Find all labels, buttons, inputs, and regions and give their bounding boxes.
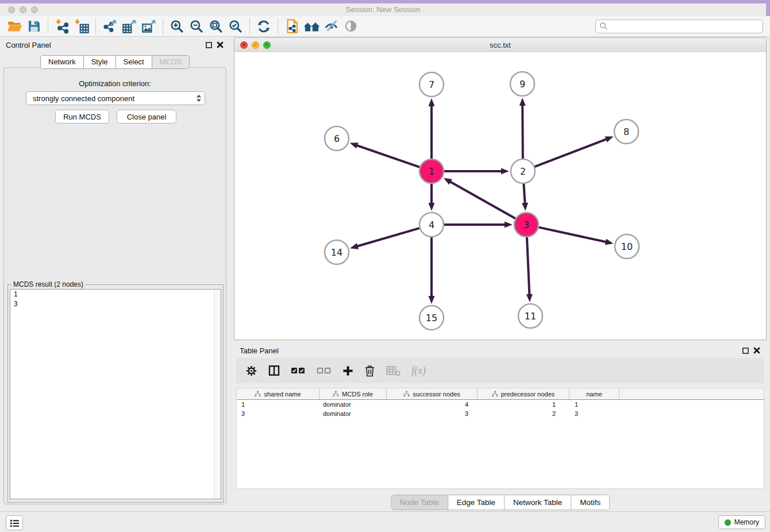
table-cell[interactable]: 3	[569, 409, 619, 418]
table-tab-node-table[interactable]: Node Table	[391, 495, 448, 510]
optimization-select[interactable]: strongly connected component	[26, 91, 205, 105]
memory-button[interactable]: Memory	[718, 515, 765, 529]
window-zoom-button[interactable]	[31, 6, 38, 13]
delete-table-icon	[386, 364, 401, 377]
delete-column-trash-icon[interactable]	[364, 364, 375, 377]
network-window-titlebar[interactable]: × − + scc.txt	[234, 38, 766, 53]
column-header-predecessor-nodes[interactable]: predecessor nodes	[478, 388, 569, 399]
graph-node-2[interactable]: 2	[511, 159, 535, 183]
column-header-shared-name[interactable]: shared name	[237, 388, 319, 399]
task-history-button[interactable]	[6, 515, 23, 530]
tab-style[interactable]: Style	[83, 56, 116, 68]
graph-node-14[interactable]: 14	[325, 240, 349, 264]
export-network-icon[interactable]	[100, 18, 120, 35]
unselect-all-columns-icon[interactable]	[317, 364, 332, 377]
graph-node-1[interactable]: 1	[419, 159, 444, 183]
select-all-columns-icon[interactable]	[291, 364, 306, 377]
graph-edge-2-3[interactable]	[522, 184, 528, 211]
network-canvas[interactable]: 1234678910111415	[234, 52, 766, 340]
import-table-icon[interactable]	[72, 18, 91, 35]
open-session-icon[interactable]	[5, 18, 24, 35]
table-cell[interactable]: 4	[387, 400, 478, 409]
run-mcds-button[interactable]: Run MCDS	[55, 110, 109, 124]
graph-node-3[interactable]: 3	[514, 213, 538, 237]
export-table-icon[interactable]	[120, 18, 139, 35]
graph-edge-3-10[interactable]	[538, 228, 613, 245]
window-minimize-button[interactable]	[20, 6, 26, 13]
table-cell[interactable]: 3	[387, 409, 478, 418]
add-column-icon[interactable]	[342, 364, 353, 377]
graph-edge-2-9[interactable]	[519, 98, 526, 159]
table-cell[interactable]: 2	[478, 409, 569, 418]
graph-edge-1-2[interactable]	[444, 168, 509, 175]
clone-network-icon[interactable]	[282, 18, 302, 35]
graph-edge-2-8[interactable]	[535, 136, 614, 167]
graph-node-6[interactable]: 6	[325, 126, 349, 151]
tab-mcds[interactable]: MCDS	[152, 56, 189, 68]
graph-node-9[interactable]: 9	[510, 72, 534, 96]
search-box[interactable]	[595, 20, 763, 33]
table-tab-motifs[interactable]: Motifs	[571, 495, 609, 510]
scrollbar-track[interactable]	[214, 290, 221, 499]
close-panel-icon[interactable]	[216, 41, 224, 49]
zoom-selected-icon[interactable]	[226, 18, 245, 35]
refresh-layout-icon[interactable]	[254, 18, 274, 35]
table-cell[interactable]: dominator	[319, 409, 387, 418]
table-row[interactable]: 3dominator323	[237, 409, 764, 418]
tab-select[interactable]: Select	[116, 56, 152, 68]
svg-text:4: 4	[429, 219, 434, 230]
graph-node-15[interactable]: 15	[419, 306, 444, 330]
table-cell[interactable]: 1	[569, 400, 619, 409]
column-header-successor-nodes[interactable]: successor nodes	[387, 388, 478, 399]
graph-edge-1-6[interactable]	[350, 142, 420, 167]
graph-edge-1-4[interactable]	[429, 184, 435, 211]
graph-node-7[interactable]: 7	[419, 72, 444, 97]
tab-network[interactable]: Network	[41, 56, 83, 68]
float-table-panel-icon[interactable]	[741, 346, 749, 354]
graph-edge-1-7[interactable]	[429, 98, 435, 159]
show-columns-icon[interactable]	[268, 364, 280, 377]
table-toolbar: f(x)	[236, 358, 764, 383]
close-table-panel-icon[interactable]	[753, 346, 761, 354]
zoom-in-icon[interactable]	[167, 18, 187, 35]
mcds-result-list[interactable]: 13	[10, 289, 221, 499]
graph-edge-3-11[interactable]	[526, 237, 533, 302]
table-cell[interactable]: 1	[478, 400, 569, 409]
table-tab-network-table[interactable]: Network Table	[504, 495, 571, 510]
graph-edge-4-3[interactable]	[444, 222, 513, 228]
export-image-icon[interactable]	[139, 18, 159, 35]
graph-node-4[interactable]: 4	[419, 213, 444, 237]
network-minimize-button[interactable]: −	[252, 41, 259, 49]
import-network-icon[interactable]	[52, 18, 72, 35]
zoom-fit-icon[interactable]	[206, 18, 226, 35]
mcds-result-item[interactable]: 3	[10, 299, 221, 309]
table-tab-edge-table[interactable]: Edge Table	[448, 495, 504, 510]
graph-node-8[interactable]: 8	[614, 119, 638, 144]
svg-text:7: 7	[429, 79, 434, 90]
graph-edge-3-1[interactable]	[444, 178, 515, 218]
close-panel-button[interactable]: Close panel	[117, 110, 176, 124]
mcds-result-item[interactable]: 1	[10, 290, 221, 299]
window-close-button[interactable]	[8, 6, 15, 13]
table-settings-gear-icon[interactable]	[245, 364, 257, 377]
show-hide-details-icon[interactable]	[321, 18, 341, 35]
graph-edge-4-14[interactable]	[350, 228, 419, 249]
column-header-MCDS-role[interactable]: MCDS role	[319, 388, 387, 399]
table-row[interactable]: 1dominator411	[237, 400, 764, 409]
search-input[interactable]	[610, 22, 759, 31]
node-table[interactable]: shared nameMCDS rolesuccessor nodesprede…	[236, 388, 764, 489]
home-networks-icon[interactable]	[302, 18, 321, 35]
zoom-out-icon[interactable]	[187, 18, 206, 35]
table-cell[interactable]: 1	[237, 400, 319, 409]
graph-edge-4-15[interactable]	[429, 237, 435, 304]
graph-node-11[interactable]: 11	[518, 304, 542, 328]
network-close-button[interactable]: ×	[240, 41, 248, 49]
graph-node-10[interactable]: 10	[615, 234, 639, 259]
network-graph[interactable]: 1234678910111415	[234, 52, 766, 340]
column-header-name[interactable]: name	[569, 388, 619, 399]
save-session-icon[interactable]	[24, 18, 44, 35]
network-maximize-button[interactable]: +	[263, 41, 271, 49]
float-panel-icon[interactable]	[205, 41, 213, 49]
table-cell[interactable]: 3	[237, 409, 319, 418]
table-cell[interactable]: dominator	[319, 400, 387, 409]
